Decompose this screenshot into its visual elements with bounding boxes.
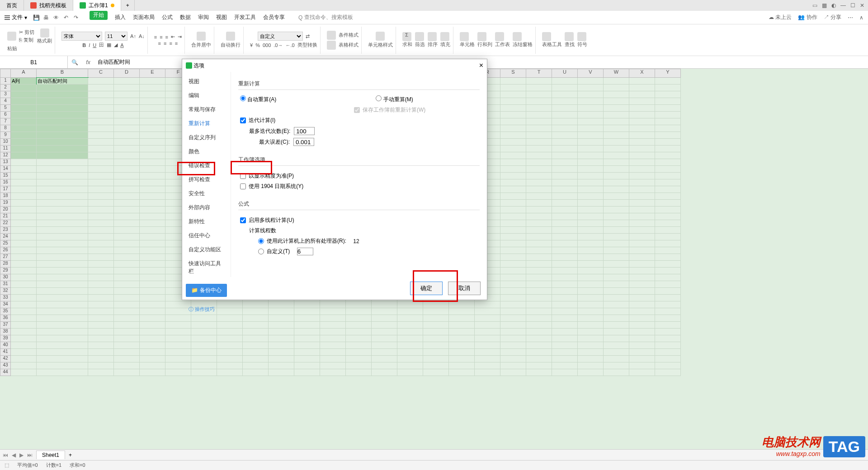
cell-S29[interactable] xyxy=(500,268,526,274)
cell-W18[interactable] xyxy=(604,193,629,200)
cell-C21[interactable] xyxy=(88,213,114,220)
cell-S4[interactable] xyxy=(500,98,526,105)
cell-H37[interactable] xyxy=(217,322,243,329)
row-header[interactable]: 36 xyxy=(0,315,11,322)
cell-W37[interactable] xyxy=(604,322,629,329)
cell-T9[interactable] xyxy=(526,132,552,139)
cell-T15[interactable] xyxy=(526,173,552,179)
cell-X23[interactable] xyxy=(629,227,655,234)
cell-V41[interactable] xyxy=(578,349,604,356)
cell-R38[interactable] xyxy=(475,329,500,335)
cell-A28[interactable] xyxy=(11,261,37,268)
cell-I44[interactable] xyxy=(243,369,269,376)
cell-T14[interactable] xyxy=(526,166,552,173)
cell-Y11[interactable] xyxy=(655,146,681,152)
cell-D43[interactable] xyxy=(114,362,140,369)
cell-C28[interactable] xyxy=(88,261,114,268)
cell-S38[interactable] xyxy=(500,329,526,335)
cell-T37[interactable] xyxy=(526,322,552,329)
cell-T30[interactable] xyxy=(526,274,552,281)
cell-Q38[interactable] xyxy=(449,329,475,335)
cell-D13[interactable] xyxy=(114,159,140,166)
cell-V34[interactable] xyxy=(578,301,604,308)
cell-D20[interactable] xyxy=(114,207,140,213)
ribbon-tab-start[interactable]: 开始 xyxy=(90,11,108,20)
cell-V33[interactable] xyxy=(578,295,604,301)
cell-D14[interactable] xyxy=(114,166,140,173)
cell-G42[interactable] xyxy=(191,356,217,362)
col-header[interactable]: Y xyxy=(655,69,681,78)
cell-T34[interactable] xyxy=(526,301,552,308)
cell-A26[interactable] xyxy=(11,247,37,254)
cell-J35[interactable] xyxy=(269,308,294,315)
cell-U14[interactable] xyxy=(552,166,578,173)
cell-N44[interactable] xyxy=(372,369,397,376)
row-header[interactable]: 28 xyxy=(0,261,11,268)
cell-E17[interactable] xyxy=(140,186,165,193)
cell-W16[interactable] xyxy=(604,179,629,186)
col-header[interactable]: V xyxy=(578,69,604,78)
row-header[interactable]: 12 xyxy=(0,152,11,159)
cell-V12[interactable] xyxy=(578,152,604,159)
cell-D18[interactable] xyxy=(114,193,140,200)
cell-S43[interactable] xyxy=(500,362,526,369)
cell-A16[interactable] xyxy=(11,179,37,186)
cell-B21[interactable] xyxy=(37,213,88,220)
save-icon[interactable]: 💾 xyxy=(33,14,40,21)
cell-V11[interactable] xyxy=(578,146,604,152)
cell-B9[interactable] xyxy=(37,132,88,139)
cell-V32[interactable] xyxy=(578,288,604,295)
cell-C7[interactable] xyxy=(88,118,114,125)
cell-C42[interactable] xyxy=(88,356,114,362)
file-menu[interactable]: 文件▾ xyxy=(5,14,27,21)
row-header[interactable]: 4 xyxy=(0,98,11,105)
cell-C43[interactable] xyxy=(88,362,114,369)
cell-A13[interactable] xyxy=(11,159,37,166)
cell-Y18[interactable] xyxy=(655,193,681,200)
cell-W10[interactable] xyxy=(604,139,629,146)
cell-X14[interactable] xyxy=(629,166,655,173)
cell-X24[interactable] xyxy=(629,234,655,240)
cell-S13[interactable] xyxy=(500,159,526,166)
cell-B16[interactable] xyxy=(37,179,88,186)
col-header[interactable]: E xyxy=(140,69,165,78)
cell-C20[interactable] xyxy=(88,207,114,213)
row-header[interactable]: 3 xyxy=(0,91,11,98)
cell-Y41[interactable] xyxy=(655,349,681,356)
cell-E18[interactable] xyxy=(140,193,165,200)
cell-W4[interactable] xyxy=(604,98,629,105)
cell-K42[interactable] xyxy=(294,356,320,362)
cell-I37[interactable] xyxy=(243,322,269,329)
cell-L34[interactable] xyxy=(320,301,346,308)
row-header[interactable]: 35 xyxy=(0,308,11,315)
cell-V15[interactable] xyxy=(578,173,604,179)
cell-Y8[interactable] xyxy=(655,125,681,132)
comma-icon[interactable]: 000 xyxy=(263,42,271,48)
cell-T3[interactable] xyxy=(526,91,552,98)
cell-T11[interactable] xyxy=(526,146,552,152)
dec-dec-icon[interactable]: ←.0 xyxy=(285,42,294,48)
cell-V37[interactable] xyxy=(578,322,604,329)
cell-V43[interactable] xyxy=(578,362,604,369)
cell-E12[interactable] xyxy=(140,152,165,159)
col-header[interactable]: W xyxy=(604,69,629,78)
cell-E24[interactable] xyxy=(140,234,165,240)
cell-L36[interactable] xyxy=(320,315,346,322)
checkbox-iteration[interactable]: 迭代计算(I) xyxy=(240,117,478,124)
cell-K39[interactable] xyxy=(294,335,320,342)
cell-N43[interactable] xyxy=(372,362,397,369)
cell-B22[interactable] xyxy=(37,220,88,227)
cell-Y23[interactable] xyxy=(655,227,681,234)
backup-center-button[interactable]: 📁 备份中心 xyxy=(186,284,227,297)
paste-icon[interactable] xyxy=(7,32,16,41)
cell-E21[interactable] xyxy=(140,213,165,220)
cell-D16[interactable] xyxy=(114,179,140,186)
cell-L39[interactable] xyxy=(320,335,346,342)
fill-icon[interactable] xyxy=(440,32,449,41)
cell-I36[interactable] xyxy=(243,315,269,322)
cell-J41[interactable] xyxy=(269,349,294,356)
cell-Y37[interactable] xyxy=(655,322,681,329)
cell-T44[interactable] xyxy=(526,369,552,376)
cell-K38[interactable] xyxy=(294,329,320,335)
cell-E30[interactable] xyxy=(140,274,165,281)
